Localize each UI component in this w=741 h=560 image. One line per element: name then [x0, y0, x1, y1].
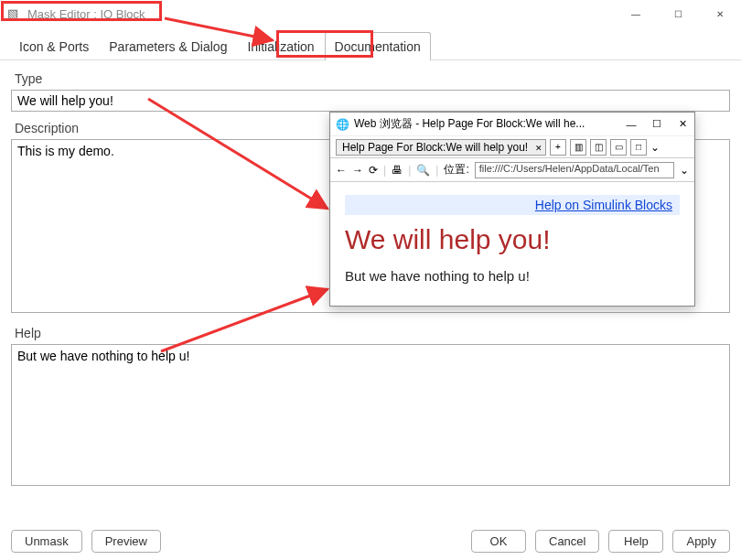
ok-button[interactable]: OK — [471, 530, 526, 553]
popup-new-tab-button[interactable]: + — [550, 139, 566, 156]
popup-layout-icon-2[interactable]: ◫ — [590, 139, 607, 156]
url-chevron-icon[interactable]: ⌄ — [680, 164, 689, 177]
minimize-button[interactable]: — — [615, 0, 657, 27]
nav-reload-icon[interactable]: ⟳ — [369, 164, 378, 177]
popup-layout-icon-4[interactable]: □ — [630, 139, 647, 156]
popup-body-text: But we have nothing to help u! — [345, 268, 680, 284]
popup-heading: We will help you! — [345, 224, 680, 255]
popup-link-bar: Help on Simulink Blocks — [345, 195, 680, 215]
popup-layout-icon-3[interactable]: ▭ — [610, 139, 627, 156]
url-field[interactable]: file:///C:/Users/Helen/AppData/Local/Ten — [475, 162, 674, 178]
close-tab-icon[interactable]: ✕ — [535, 144, 542, 153]
popup-tab[interactable]: Help Page For Block:We will help you! ✕ — [336, 139, 546, 156]
tab-documentation[interactable]: Documentation — [325, 32, 431, 60]
apply-button[interactable]: Apply — [672, 530, 730, 553]
popup-titlebar: 🌐 Web 浏览器 - Help Page For Block:We will … — [330, 113, 694, 136]
nav-forward-icon[interactable]: → — [352, 164, 363, 177]
chevron-down-icon[interactable]: ⌄ — [650, 141, 660, 154]
unmask-button[interactable]: Unmask — [11, 530, 82, 553]
help-textarea[interactable] — [11, 344, 730, 486]
popup-close-button[interactable]: ✕ — [676, 118, 689, 130]
tab-icon-ports[interactable]: Icon & Ports — [9, 32, 99, 60]
help-button[interactable]: Help — [608, 530, 663, 553]
button-bar: Unmask Preview OK Cancel Help Apply — [0, 530, 741, 553]
maximize-button[interactable]: ☐ — [657, 0, 699, 27]
window-title: Mask Editor : IO Block — [27, 7, 145, 21]
browser-popup: 🌐 Web 浏览器 - Help Page For Block:We will … — [329, 112, 695, 307]
popup-body: Help on Simulink Blocks We will help you… — [330, 182, 694, 306]
app-icon: ▧ — [7, 6, 22, 21]
type-input[interactable] — [11, 90, 730, 112]
close-button[interactable]: ✕ — [699, 0, 741, 27]
popup-title: Web 浏览器 - Help Page For Block:We will he… — [354, 116, 585, 132]
help-simulink-link[interactable]: Help on Simulink Blocks — [535, 198, 672, 212]
url-label: 位置: — [444, 162, 468, 178]
help-label: Help — [11, 324, 730, 342]
nav-print-icon[interactable]: 🖶 — [392, 164, 403, 177]
tab-bar: Icon & Ports Parameters & Dialog Initial… — [0, 27, 741, 60]
preview-button[interactable]: Preview — [91, 530, 161, 553]
popup-tab-bar: Help Page For Block:We will help you! ✕ … — [330, 136, 694, 158]
popup-layout-icon-1[interactable]: ▥ — [570, 139, 586, 156]
tab-initialization[interactable]: Initialization — [237, 32, 324, 60]
popup-maximize-button[interactable]: ☐ — [650, 118, 663, 130]
tab-parameters-dialog[interactable]: Parameters & Dialog — [99, 32, 237, 60]
cancel-button[interactable]: Cancel — [535, 530, 599, 553]
window-buttons: — ☐ ✕ — [615, 0, 741, 27]
nav-back-icon[interactable]: ← — [336, 164, 347, 177]
nav-find-icon[interactable]: 🔍 — [416, 164, 430, 177]
type-label: Type — [11, 70, 730, 88]
popup-nav-bar: ← → ⟳ | 🖶 | 🔍 | 位置: file:///C:/Users/Hel… — [330, 158, 694, 182]
group-type: Type — [11, 70, 730, 112]
popup-minimize-button[interactable]: — — [625, 119, 638, 130]
globe-icon: 🌐 — [336, 118, 349, 131]
group-help: Help — [11, 324, 730, 490]
